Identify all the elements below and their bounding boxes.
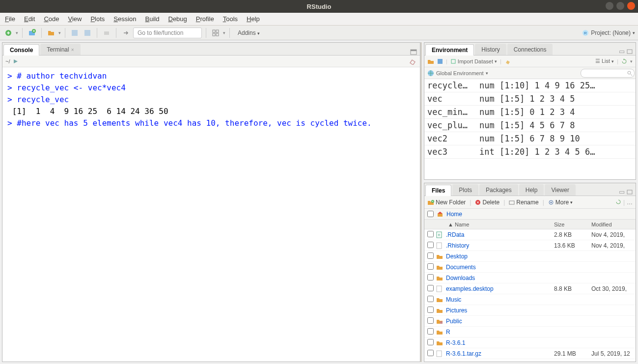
- menu-build[interactable]: Build: [145, 15, 160, 23]
- maximize-button[interactable]: [616, 2, 624, 10]
- env-row[interactable]: vec3int [1:20] 1 2 3 4 5 6…: [424, 145, 636, 159]
- menu-session[interactable]: Session: [113, 15, 136, 23]
- file-checkbox[interactable]: [427, 296, 434, 302]
- list-view-dropdown[interactable]: ☰ List ▾: [595, 58, 614, 64]
- save-workspace-icon[interactable]: [437, 58, 443, 64]
- console-output[interactable]: > # author techvidvan> recycle_vec <- ve…: [2, 67, 420, 362]
- file-name[interactable]: Downloads: [446, 275, 554, 281]
- file-row[interactable]: Desktop: [424, 251, 636, 262]
- file-name[interactable]: R: [446, 329, 554, 336]
- maximize-pane-icon[interactable]: [627, 49, 633, 54]
- select-all-checkbox[interactable]: [427, 211, 434, 217]
- file-row[interactable]: Music: [424, 294, 636, 305]
- tab-plots[interactable]: Plots: [452, 184, 478, 196]
- file-name[interactable]: R-3.6.1: [446, 339, 554, 346]
- grid-icon[interactable]: [210, 28, 221, 38]
- file-name[interactable]: .RData: [446, 231, 554, 238]
- file-checkbox[interactable]: [427, 339, 434, 345]
- goto-file-input[interactable]: Go to file/function: [133, 28, 202, 38]
- file-name[interactable]: examples.desktop: [446, 285, 554, 292]
- tab-viewer[interactable]: Viewer: [545, 184, 575, 196]
- file-checkbox[interactable]: [427, 350, 434, 356]
- file-row[interactable]: Downloads: [424, 273, 636, 283]
- file-row[interactable]: Public: [424, 316, 636, 327]
- file-row[interactable]: Documents: [424, 262, 636, 273]
- menu-plots[interactable]: Plots: [90, 15, 105, 23]
- file-checkbox[interactable]: [427, 328, 434, 335]
- menu-debug[interactable]: Debug: [168, 15, 187, 23]
- minimize-button[interactable]: [606, 2, 613, 10]
- load-workspace-icon[interactable]: [427, 58, 434, 64]
- tab-files[interactable]: Files: [425, 185, 451, 196]
- more-options-icon[interactable]: …: [627, 199, 633, 206]
- import-dataset-dropdown[interactable]: Import Dataset ▾: [450, 58, 497, 64]
- env-row[interactable]: vecnum [1:5] 1 2 3 4 5: [424, 92, 636, 106]
- addins-dropdown[interactable]: Addins ▾: [234, 28, 264, 37]
- menu-tools[interactable]: Tools: [223, 15, 238, 23]
- file-name[interactable]: .Rhistory: [446, 242, 554, 249]
- menu-edit[interactable]: Edit: [24, 15, 35, 23]
- env-row[interactable]: vec2num [1:5] 6 7 8 9 10: [424, 132, 636, 145]
- more-dropdown[interactable]: More ▾: [548, 199, 573, 206]
- file-checkbox[interactable]: [427, 242, 434, 248]
- file-name[interactable]: R-3.6.1.tar.gz: [446, 350, 554, 357]
- tab-environment[interactable]: Environment: [425, 44, 474, 56]
- menu-code[interactable]: Code: [44, 15, 59, 23]
- file-name[interactable]: Pictures: [446, 307, 554, 314]
- tab-help[interactable]: Help: [519, 184, 544, 196]
- file-row[interactable]: R: [424, 327, 636, 337]
- menu-file[interactable]: File: [5, 15, 15, 23]
- file-checkbox[interactable]: [427, 285, 434, 291]
- save-all-icon[interactable]: [82, 28, 93, 38]
- menu-help[interactable]: Help: [247, 15, 260, 23]
- file-row[interactable]: R-3.6.1.tar.gz29.1 MBJul 5, 2019, 12: [424, 348, 636, 359]
- global-env-dropdown[interactable]: Global Environment ▾: [427, 70, 488, 77]
- project-selector[interactable]: R Project: (None) ▾: [582, 29, 635, 36]
- close-icon[interactable]: ×: [71, 47, 74, 53]
- clear-env-icon[interactable]: [504, 58, 511, 64]
- print-icon[interactable]: [101, 28, 112, 38]
- save-icon[interactable]: [69, 28, 80, 38]
- file-name[interactable]: Desktop: [446, 253, 554, 260]
- file-checkbox[interactable]: [427, 263, 434, 270]
- breadcrumb-home[interactable]: Home: [446, 211, 462, 218]
- file-name[interactable]: Documents: [446, 264, 554, 271]
- file-name[interactable]: Public: [446, 318, 554, 325]
- file-row[interactable]: .Rhistory13.6 KBNov 4, 2019,: [424, 240, 636, 251]
- tab-packages[interactable]: Packages: [479, 184, 518, 196]
- script-run-icon[interactable]: [13, 58, 19, 64]
- menu-view[interactable]: View: [68, 15, 82, 23]
- tab-connections[interactable]: Connections: [507, 44, 553, 55]
- tab-console[interactable]: Console: [3, 44, 39, 56]
- delete-button[interactable]: Delete: [475, 199, 499, 206]
- refresh-env-icon[interactable]: [621, 58, 627, 64]
- maximize-pane-icon[interactable]: [627, 190, 633, 195]
- goto-arrow-icon[interactable]: [120, 28, 131, 38]
- file-row[interactable]: R-3.6.1: [424, 337, 636, 348]
- open-file-icon[interactable]: [46, 28, 56, 38]
- file-row[interactable]: Pictures: [424, 305, 636, 316]
- file-checkbox[interactable]: [427, 274, 434, 280]
- new-file-icon[interactable]: [3, 28, 14, 38]
- tab-terminal[interactable]: Terminal×: [40, 44, 80, 55]
- file-name[interactable]: Music: [446, 296, 554, 303]
- env-row[interactable]: vec_plu…num [1:5] 4 5 6 7 8: [424, 119, 636, 132]
- rename-button[interactable]: Rename: [509, 199, 538, 206]
- menu-profile[interactable]: Profile: [196, 15, 214, 23]
- window-pane-icon[interactable]: [410, 49, 417, 55]
- env-row[interactable]: recycle…num [1:10] 1 4 9 16 25…: [424, 79, 636, 92]
- tab-history[interactable]: History: [475, 44, 506, 55]
- file-checkbox[interactable]: [427, 317, 434, 324]
- file-row[interactable]: examples.desktop8.8 KBOct 30, 2019,: [424, 283, 636, 294]
- close-button[interactable]: [627, 2, 635, 10]
- file-row[interactable]: R.RData2.8 KBNov 4, 2019,: [424, 229, 636, 240]
- minimize-pane-icon[interactable]: ▭: [619, 188, 625, 196]
- minimize-pane-icon[interactable]: ▭: [619, 48, 625, 55]
- new-project-icon[interactable]: [27, 28, 37, 38]
- file-checkbox[interactable]: [427, 307, 434, 313]
- clear-console-icon[interactable]: [409, 58, 417, 65]
- new-folder-button[interactable]: New Folder: [427, 199, 466, 206]
- env-row[interactable]: vec_min…num [1:5] 0 1 2 3 4: [424, 106, 636, 119]
- file-checkbox[interactable]: [427, 231, 434, 237]
- refresh-files-icon[interactable]: [615, 199, 621, 206]
